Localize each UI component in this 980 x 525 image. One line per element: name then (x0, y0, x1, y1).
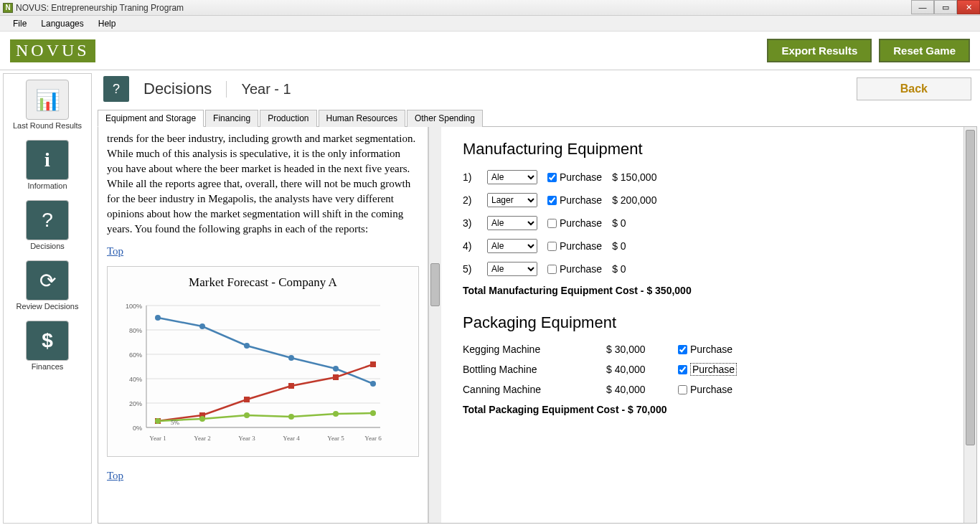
equipment-type-select[interactable]: Ale (487, 239, 537, 253)
sidebar-item-review[interactable]: ⟳ Review Decisions (17, 260, 79, 311)
sidebar: 📊 Last Round Results i Information ? Dec… (3, 73, 92, 524)
purchase-checkbox[interactable] (678, 345, 687, 354)
svg-point-8 (155, 315, 161, 321)
sidebar-item-finances[interactable]: $ Finances (26, 321, 69, 371)
right-scrollbar[interactable] (963, 127, 976, 523)
xtick-label: Year 1 (149, 435, 166, 442)
purchase-checkbox[interactable] (547, 219, 557, 228)
menu-help[interactable]: Help (91, 17, 123, 30)
tab-production[interactable]: Production (260, 110, 316, 127)
purchase-text: Purchase (690, 364, 737, 375)
sidebar-item-label: Last Round Results (13, 121, 82, 130)
equipment-type-select[interactable]: Ale (487, 262, 537, 276)
scrollbar-thumb[interactable] (430, 263, 440, 306)
manufacturing-row: 2)Lager Purchase$ 200,000 (463, 193, 942, 207)
purchase-label[interactable]: Purchase (678, 384, 764, 395)
row-number: 1) (463, 171, 477, 183)
svg-rect-17 (288, 383, 294, 389)
sidebar-item-label: Finances (32, 362, 64, 371)
purchase-text: Purchase (560, 217, 602, 229)
equipment-cost: $ 0 (612, 263, 677, 275)
purchase-label[interactable]: Purchase (547, 171, 602, 183)
purchase-checkbox[interactable] (547, 173, 557, 182)
purchase-text: Purchase (690, 384, 732, 395)
tab-equipment-storage[interactable]: Equipment and Storage (98, 110, 204, 127)
equipment-type-select[interactable]: Ale (487, 216, 537, 230)
form-panel: Manufacturing Equipment 1)Ale Purchase$ … (441, 127, 963, 523)
purchase-text: Purchase (560, 194, 602, 206)
svg-point-13 (370, 381, 376, 387)
chart-series-1 (158, 318, 373, 384)
scrollbar-thumb[interactable] (966, 130, 975, 445)
page-title: Decisions (143, 80, 212, 98)
purchase-checkbox[interactable] (547, 196, 557, 205)
purchase-checkbox[interactable] (547, 242, 557, 251)
tab-other-spending[interactable]: Other Spending (407, 110, 483, 127)
sidebar-item-decisions[interactable]: ? Decisions (26, 200, 69, 250)
xtick-label: Year 3 (238, 435, 255, 442)
chart-svg: 100% 80% 60% 40% 20% 0% (115, 298, 387, 449)
equipment-cost: $ 0 (612, 217, 677, 229)
purchase-label[interactable]: Purchase (547, 217, 602, 229)
purchase-label[interactable]: Purchase (547, 194, 602, 206)
packaging-row: Kegging Machine$ 30,000 Purchase (463, 344, 942, 355)
chart-title: Market Forecast - Company A (115, 274, 411, 291)
review-icon: ⟳ (26, 260, 69, 301)
tab-financing[interactable]: Financing (205, 110, 258, 127)
packaging-name: Bottling Machine (463, 364, 606, 375)
purchase-text: Purchase (560, 171, 602, 183)
ytick-label: 0% (133, 425, 142, 432)
svg-point-12 (333, 366, 339, 372)
manufacturing-row: 5)Ale Purchase$ 0 (463, 262, 942, 276)
equipment-type-select[interactable]: Lager (487, 193, 537, 207)
row-number: 5) (463, 263, 477, 275)
purchase-label[interactable]: Purchase (678, 344, 764, 355)
logo: NOVUS (10, 39, 95, 62)
left-scrollbar[interactable] (428, 127, 441, 523)
purchase-label[interactable]: Purchase (547, 240, 602, 252)
reset-game-button[interactable]: Reset Game (879, 39, 970, 62)
svg-point-20 (155, 418, 161, 424)
row-number: 2) (463, 194, 477, 206)
svg-rect-16 (244, 397, 250, 402)
top-link[interactable]: Top (107, 244, 419, 259)
close-button[interactable]: ✕ (957, 0, 980, 14)
svg-point-10 (244, 343, 250, 349)
content-header-left: ? Decisions Year - 1 (103, 76, 291, 102)
svg-rect-19 (370, 361, 376, 367)
maximize-button[interactable]: ▭ (934, 0, 957, 14)
equipment-cost: $ 0 (612, 240, 677, 252)
menu-file[interactable]: File (6, 17, 34, 30)
purchase-label[interactable]: Purchase (547, 263, 602, 275)
content: ? Decisions Year - 1 Back Equipment and … (95, 70, 980, 525)
info-panel: trends for the beer industry, including … (98, 127, 428, 523)
tab-human-resources[interactable]: Human Resources (319, 110, 405, 127)
svg-point-24 (333, 411, 339, 417)
purchase-text: Purchase (560, 240, 602, 252)
minimize-button[interactable]: — (911, 0, 934, 14)
ytick-label: 60% (129, 351, 142, 359)
svg-point-22 (244, 412, 250, 418)
info-icon: i (26, 140, 69, 180)
manufacturing-row: 4)Ale Purchase$ 0 (463, 239, 942, 253)
purchase-checkbox[interactable] (547, 265, 557, 274)
main-row: 📊 Last Round Results i Information ? Dec… (0, 70, 980, 525)
export-results-button[interactable]: Export Results (767, 39, 872, 62)
ytick-label: 20% (129, 400, 142, 407)
svg-point-11 (288, 355, 294, 361)
menu-languages[interactable]: Languages (34, 17, 90, 30)
row-number: 3) (463, 217, 477, 229)
tabs: Equipment and Storage Financing Producti… (98, 109, 977, 127)
top-link[interactable]: Top (107, 468, 419, 483)
purchase-checkbox[interactable] (678, 385, 687, 394)
purchase-label[interactable]: Purchase (678, 364, 764, 375)
purchase-checkbox[interactable] (678, 365, 687, 374)
sidebar-item-last-round[interactable]: 📊 Last Round Results (13, 80, 82, 130)
svg-point-9 (199, 323, 205, 329)
sidebar-item-information[interactable]: i Information (26, 140, 69, 190)
info-text: trends for the beer industry, including … (107, 131, 419, 237)
window-buttons: — ▭ ✕ (911, 0, 980, 14)
titlebar: N NOVUS: Entrepreneurship Traning Progra… (0, 0, 980, 16)
equipment-type-select[interactable]: Ale (487, 170, 537, 184)
back-button[interactable]: Back (857, 77, 971, 100)
